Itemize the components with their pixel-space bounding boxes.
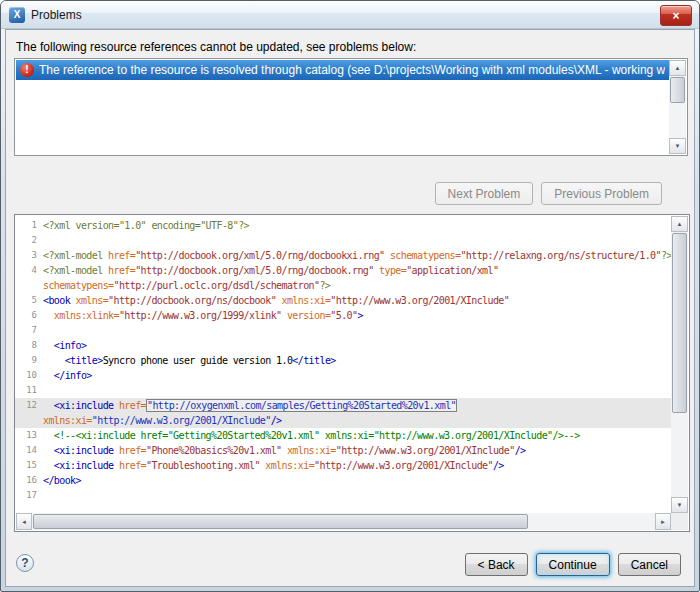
intro-text: The following resource references cannot… [16,40,416,54]
line-number: 3 [15,248,43,263]
line-number: 4 [15,263,43,278]
cancel-button[interactable]: Cancel [618,553,681,576]
problems-dialog: X Problems × The following resource refe… [0,0,700,592]
xml-editor[interactable]: 1<?xml version="1.0" encoding="UTF-8"?>2… [14,214,690,532]
editor-vertical-scrollbar[interactable]: ▲ ▼ [671,216,688,513]
line-number: 12 [15,398,43,413]
code-text: </info> [43,368,92,383]
app-icon-letter: X [14,9,21,20]
code-text: xmlns:xi="http://www.w3.org/2001/XInclud… [43,413,282,428]
line-number: 15 [15,458,43,473]
code-text: schematypens="http://purl.oclc.org/dsdl/… [43,278,330,293]
line-number: 7 [15,323,43,338]
close-button[interactable]: × [660,5,692,26]
scrollbar-thumb[interactable] [672,233,687,413]
problem-row[interactable]: ! The reference to the resource is resol… [16,60,669,80]
line-number: 5 [15,293,43,308]
code-line[interactable]: 5<book xmlns="http://docbook.org/ns/docb… [15,293,671,308]
code-text: <?xml version="1.0" encoding="UTF-8"?> [43,218,249,233]
problems-list[interactable]: ! The reference to the resource is resol… [14,58,688,156]
app-icon: X [9,7,25,23]
help-icon: ? [21,556,28,570]
previous-problem-button[interactable]: Previous Problem [541,182,662,205]
code-text: <xi:include href="http://oxygenxml.com/s… [43,398,457,413]
line-number: 13 [15,428,43,443]
scroll-up-icon[interactable]: ▲ [669,60,686,76]
scrollbar-thumb[interactable] [670,77,685,103]
code-text: <title>Syncro phone user guide version 1… [43,353,336,368]
code-line[interactable]: 14 <xi:include href="Phone%20basics%20v1… [15,443,671,458]
window-title: Problems [31,8,82,22]
code-line[interactable]: 9 <title>Syncro phone user guide version… [15,353,671,368]
scrollbar-thumb[interactable] [33,514,528,529]
line-number: 2 [15,233,43,248]
code-line[interactable]: schematypens="http://purl.oclc.org/dsdl/… [15,278,671,293]
scroll-left-icon[interactable]: ◄ [16,513,32,530]
line-number: 1 [15,218,43,233]
line-number: 9 [15,353,43,368]
problems-list-scrollbar[interactable]: ▲ ▼ [669,60,686,154]
back-button[interactable]: < Back [465,553,528,576]
code-line[interactable]: 3<?xml-model href="http://docbook.org/xm… [15,248,671,263]
scroll-up-icon[interactable]: ▲ [671,216,688,232]
code-lines[interactable]: 1<?xml version="1.0" encoding="UTF-8"?>2… [15,216,671,513]
code-line[interactable]: 12 <xi:include href="http://oxygenxml.co… [15,398,671,413]
code-line[interactable]: 4<?xml-model href="http://docbook.org/xm… [15,263,671,278]
line-number: 14 [15,443,43,458]
line-number: 10 [15,368,43,383]
scroll-right-icon[interactable]: ► [655,513,671,530]
code-line[interactable]: xmlns:xi="http://www.w3.org/2001/XInclud… [15,413,671,428]
scroll-down-icon[interactable]: ▼ [671,497,688,513]
editor-horizontal-scrollbar[interactable]: ◄ ► [16,513,671,530]
code-text: xmlns:xlink="http://www.w3.org/1999/xlin… [43,308,363,323]
close-icon: × [672,9,679,23]
code-text: <xi:include href="Phone%20basics%20v1.xm… [43,443,525,458]
code-line[interactable]: 8 <info> [15,338,671,353]
code-line[interactable]: 1<?xml version="1.0" encoding="UTF-8"?> [15,218,671,233]
code-line[interactable]: 13 <!--<xi:include href="Getting%20Start… [15,428,671,443]
code-line[interactable]: 7 [15,323,671,338]
help-button[interactable]: ? [16,554,34,572]
code-text: <info> [43,338,86,353]
code-line[interactable]: 15 <xi:include href="Troubleshooting.xml… [15,458,671,473]
continue-button[interactable]: Continue [536,553,610,576]
problem-text: The reference to the resource is resolve… [39,63,665,77]
title-bar[interactable]: X Problems [1,1,699,29]
line-number [15,413,43,428]
problem-nav-buttons: Next Problem Previous Problem [435,182,662,205]
dialog-content: The following resource references cannot… [5,29,695,587]
code-line[interactable]: 2 [15,233,671,248]
line-number: 16 [15,473,43,488]
line-number: 8 [15,338,43,353]
scrollbar-corner [671,513,688,530]
code-text: </book> [43,473,81,488]
code-line[interactable]: 10 </info> [15,368,671,383]
line-number [15,278,43,293]
code-line[interactable]: 17 [15,488,671,503]
line-number: 17 [15,488,43,503]
code-text: <?xml-model href="http://docbook.org/xml… [43,263,498,278]
code-text: <book xmlns="http://docbook.org/ns/docbo… [43,293,509,308]
code-line[interactable]: 11 [15,383,671,398]
line-number: 11 [15,383,43,398]
dialog-buttons: < Back Continue Cancel [465,553,681,576]
code-text: <!--<xi:include href="Getting%20Started%… [43,428,580,443]
code-text: <xi:include href="Troubleshooting.xml" x… [43,458,504,473]
code-line[interactable]: 6 xmlns:xlink="http://www.w3.org/1999/xl… [15,308,671,323]
code-line[interactable]: 16</book> [15,473,671,488]
line-number: 6 [15,308,43,323]
scroll-down-icon[interactable]: ▼ [669,138,686,154]
error-icon: ! [20,63,34,77]
code-text: <?xml-model href="http://docbook.org/xml… [43,248,671,263]
next-problem-button[interactable]: Next Problem [435,182,534,205]
